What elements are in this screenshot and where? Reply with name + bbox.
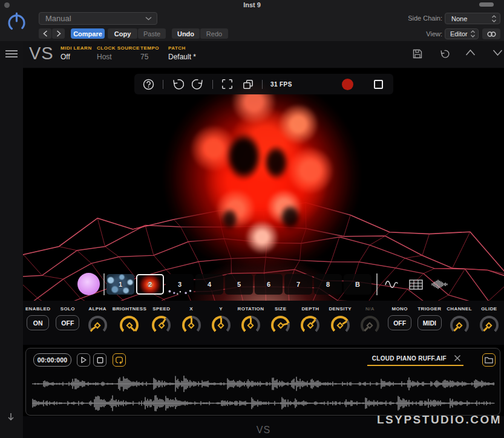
rotation-knob[interactable] — [241, 315, 261, 335]
glide-knob[interactable] — [479, 315, 499, 335]
fullscreen-button[interactable] — [221, 78, 234, 91]
mono-toggle[interactable]: OFF — [388, 315, 411, 330]
next-preset-button[interactable] — [52, 28, 65, 39]
layer-controls: ENABLEDONSOLOOFFALPHABRIGHTNESSSPEEDXYRO… — [23, 301, 504, 345]
record-button[interactable] — [342, 79, 353, 90]
visualizer-canvas: 31 FPS 12345678B — [23, 68, 504, 301]
host-chrome: Inst 9 Manual Compare Copy Paste Undo Re… — [0, 0, 504, 41]
play-button[interactable] — [77, 353, 90, 367]
size-knob[interactable] — [270, 315, 290, 335]
watermark: LSYPSTUDIO.COM — [377, 413, 502, 427]
alpha-knob[interactable] — [88, 315, 108, 335]
loop-button[interactable] — [113, 353, 126, 367]
stop-icon — [97, 357, 103, 364]
solo-toggle[interactable]: OFF — [56, 315, 79, 330]
control-trigger: TRIGGERMIDI — [414, 301, 444, 345]
canvas-toolbar: 31 FPS — [134, 74, 393, 94]
help-button[interactable] — [142, 78, 155, 91]
layer-tile-5[interactable]: 5 — [225, 274, 253, 295]
layer-tile-8[interactable]: 8 — [314, 274, 342, 295]
control-rotation: ROTATION — [236, 301, 266, 345]
fullscreen-icon — [221, 78, 234, 90]
waveform-right[interactable] — [31, 393, 496, 413]
layer-tile-7[interactable]: 7 — [284, 274, 312, 295]
sampler-panel: 00:00:000 CLOUD PIANO RUFF.AIF — [25, 348, 500, 416]
redo-button[interactable]: Redo — [200, 28, 228, 39]
layer-tile-6[interactable]: 6 — [255, 274, 283, 295]
layer-color-swatch[interactable] — [77, 273, 100, 295]
stop-button[interactable] — [93, 353, 106, 367]
copy-button[interactable]: Copy — [108, 28, 137, 39]
paste-button[interactable]: Paste — [138, 28, 166, 39]
speed-knob[interactable] — [151, 315, 171, 335]
header-field-clock-source[interactable]: CLOCK SOURCEHost — [97, 45, 140, 61]
rotate-cw-button[interactable] — [192, 78, 205, 91]
toolbar-separator — [212, 80, 213, 89]
loop-icon — [115, 356, 123, 364]
control-depth: DEPTH — [295, 301, 325, 345]
power-icon — [5, 11, 28, 34]
layer-tile-2[interactable]: 2 — [136, 274, 164, 295]
layer-tile-1[interactable]: 1 — [106, 274, 134, 295]
remove-sample-button[interactable] — [454, 355, 461, 362]
control-x: X — [176, 301, 206, 345]
plugin-logo: VS — [29, 44, 54, 64]
prev-patch-button[interactable] — [465, 49, 476, 60]
matrix-view-button[interactable] — [407, 276, 424, 293]
layer-bar: 12345678B — [23, 271, 504, 298]
revert-patch-button[interactable] — [439, 49, 450, 60]
brightness-knob[interactable] — [119, 315, 139, 335]
enabled-toggle[interactable]: ON — [27, 315, 49, 330]
detach-window-button[interactable] — [241, 78, 254, 91]
layer-tile-4[interactable]: 4 — [195, 274, 223, 295]
save-patch-button[interactable] — [413, 49, 424, 60]
channel-knob[interactable] — [450, 315, 470, 335]
explosion-visual — [161, 76, 363, 278]
play-icon — [80, 356, 87, 364]
header-field-patch[interactable]: PATCHDefault * — [168, 45, 196, 61]
power-button[interactable] — [5, 11, 28, 34]
n-a-knob — [360, 315, 380, 335]
next-patch-button[interactable] — [493, 49, 503, 60]
window-title: Inst 9 — [0, 1, 504, 8]
stop-record-button[interactable] — [374, 80, 383, 89]
waveform-left[interactable] — [31, 374, 496, 394]
depth-knob[interactable] — [300, 315, 320, 335]
control-y: Y — [206, 301, 236, 345]
preset-menu[interactable]: Manual — [39, 12, 157, 25]
side-chain-select[interactable]: None — [445, 13, 500, 24]
x-knob[interactable] — [182, 315, 201, 335]
control-mono: MONOOFF — [385, 301, 414, 345]
help-icon — [143, 79, 154, 90]
layer-tile-3[interactable]: 3 — [166, 274, 194, 295]
rotate-ccw-icon — [171, 78, 184, 91]
control-enabled: ENABLEDON — [23, 301, 53, 345]
updown-chevrons-icon — [491, 15, 497, 22]
spectrum-view-button[interactable] — [431, 276, 448, 293]
oscillator-view-button[interactable] — [384, 276, 401, 293]
loaded-sample: CLOUD PIANO RUFF.AIF — [367, 355, 463, 366]
header-field-tempo[interactable]: TEMPO75 — [140, 45, 168, 61]
browse-sample-button[interactable] — [482, 353, 496, 367]
spectrum-bars-icon — [431, 278, 448, 290]
prev-preset-button[interactable] — [39, 28, 51, 39]
fps-counter: 31 FPS — [270, 81, 292, 88]
y-knob[interactable] — [211, 315, 231, 335]
control-density: DENSITY — [326, 301, 355, 345]
rotate-ccw-button[interactable] — [171, 78, 184, 91]
undo-button[interactable]: Undo — [172, 28, 200, 39]
revert-icon — [439, 49, 450, 59]
menu-button[interactable] — [5, 48, 18, 59]
duplicate-window-icon — [242, 79, 254, 90]
view-select[interactable]: Editor — [445, 28, 479, 39]
density-knob[interactable] — [330, 315, 350, 335]
dock-down-button[interactable] — [7, 413, 15, 422]
rotate-cw-icon — [192, 78, 205, 91]
chevron-up-icon — [465, 49, 476, 56]
titlebar: Inst 9 — [0, 0, 504, 10]
layer-tile-b[interactable]: B — [344, 274, 371, 295]
header-field-midi-learn[interactable]: MIDI LEARNOff — [61, 45, 97, 61]
link-button[interactable] — [482, 28, 500, 39]
trigger-toggle[interactable]: MIDI — [417, 315, 442, 330]
compare-button[interactable]: Compare — [71, 28, 105, 39]
